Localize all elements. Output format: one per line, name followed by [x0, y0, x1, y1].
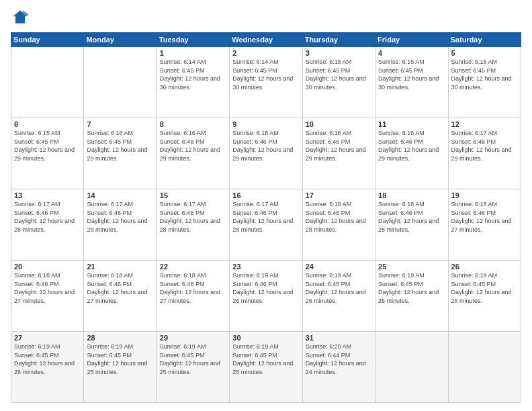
calendar-cell: 20Sunrise: 6:18 AM Sunset: 6:46 PM Dayli…: [11, 261, 84, 332]
day-number: 31: [306, 334, 372, 342]
calendar-cell: 10Sunrise: 6:16 AM Sunset: 6:46 PM Dayli…: [302, 118, 375, 189]
calendar-cell: 5Sunrise: 6:15 AM Sunset: 6:45 PM Daylig…: [448, 47, 521, 118]
day-number: 1: [160, 49, 226, 57]
calendar-cell: 2Sunrise: 6:14 AM Sunset: 6:45 PM Daylig…: [230, 47, 302, 118]
calendar-cell: 31Sunrise: 6:20 AM Sunset: 6:44 PM Dayli…: [302, 332, 375, 403]
calendar-cell: 8Sunrise: 6:16 AM Sunset: 6:46 PM Daylig…: [157, 118, 229, 189]
calendar-cell: 26Sunrise: 6:19 AM Sunset: 6:45 PM Dayli…: [448, 261, 521, 332]
day-number: 3: [306, 49, 372, 57]
day-info: Sunrise: 6:15 AM Sunset: 6:45 PM Dayligh…: [14, 129, 81, 163]
day-info: Sunrise: 6:19 AM Sunset: 6:45 PM Dayligh…: [451, 271, 518, 305]
weekday-header-tuesday: Tuesday: [157, 33, 229, 47]
weekday-header-sunday: Sunday: [11, 33, 84, 47]
day-number: 17: [306, 191, 372, 199]
calendar-week-5: 27Sunrise: 6:19 AM Sunset: 6:45 PM Dayli…: [11, 332, 521, 403]
day-info: Sunrise: 6:14 AM Sunset: 6:45 PM Dayligh…: [232, 58, 299, 91]
day-info: Sunrise: 6:16 AM Sunset: 6:45 PM Dayligh…: [87, 129, 153, 163]
day-info: Sunrise: 6:15 AM Sunset: 6:45 PM Dayligh…: [378, 58, 445, 91]
day-number: 14: [87, 191, 153, 199]
day-number: 27: [14, 334, 81, 342]
calendar-cell: 25Sunrise: 6:19 AM Sunset: 6:45 PM Dayli…: [375, 261, 448, 332]
day-info: Sunrise: 6:16 AM Sunset: 6:46 PM Dayligh…: [232, 129, 299, 163]
day-info: Sunrise: 6:19 AM Sunset: 6:45 PM Dayligh…: [306, 271, 372, 305]
day-number: 12: [451, 120, 518, 128]
calendar-cell: [375, 332, 448, 403]
day-number: 6: [14, 120, 81, 128]
day-info: Sunrise: 6:19 AM Sunset: 6:46 PM Dayligh…: [232, 271, 299, 305]
calendar-week-2: 6Sunrise: 6:15 AM Sunset: 6:45 PM Daylig…: [11, 118, 521, 189]
weekday-header-wednesday: Wednesday: [230, 33, 302, 47]
day-info: Sunrise: 6:20 AM Sunset: 6:44 PM Dayligh…: [306, 342, 372, 376]
day-number: 8: [160, 120, 226, 128]
calendar-cell: 14Sunrise: 6:17 AM Sunset: 6:46 PM Dayli…: [84, 189, 157, 261]
day-info: Sunrise: 6:18 AM Sunset: 6:46 PM Dayligh…: [378, 200, 445, 234]
day-info: Sunrise: 6:17 AM Sunset: 6:46 PM Dayligh…: [232, 200, 299, 234]
day-info: Sunrise: 6:18 AM Sunset: 6:46 PM Dayligh…: [87, 271, 153, 305]
weekday-header-friday: Friday: [375, 33, 448, 47]
day-info: Sunrise: 6:18 AM Sunset: 6:46 PM Dayligh…: [306, 200, 372, 234]
day-number: 18: [378, 191, 445, 199]
day-number: 21: [87, 263, 153, 271]
calendar-cell: 24Sunrise: 6:19 AM Sunset: 6:45 PM Dayli…: [302, 261, 375, 332]
weekday-header-saturday: Saturday: [448, 33, 521, 47]
day-info: Sunrise: 6:16 AM Sunset: 6:46 PM Dayligh…: [160, 129, 226, 163]
day-info: Sunrise: 6:15 AM Sunset: 6:45 PM Dayligh…: [306, 58, 372, 91]
calendar-cell: 28Sunrise: 6:19 AM Sunset: 6:45 PM Dayli…: [84, 332, 157, 403]
day-number: 16: [232, 191, 299, 199]
calendar-cell: 9Sunrise: 6:16 AM Sunset: 6:46 PM Daylig…: [230, 118, 302, 189]
calendar-cell: [11, 47, 84, 118]
day-number: 2: [232, 49, 299, 57]
day-number: 22: [160, 263, 226, 271]
day-number: 20: [14, 263, 81, 271]
day-info: Sunrise: 6:16 AM Sunset: 6:46 PM Dayligh…: [378, 129, 445, 163]
calendar-cell: [448, 332, 521, 403]
calendar-cell: 23Sunrise: 6:19 AM Sunset: 6:46 PM Dayli…: [230, 261, 302, 332]
day-info: Sunrise: 6:19 AM Sunset: 6:45 PM Dayligh…: [14, 342, 81, 376]
day-info: Sunrise: 6:19 AM Sunset: 6:45 PM Dayligh…: [378, 271, 445, 305]
calendar-cell: 13Sunrise: 6:17 AM Sunset: 6:46 PM Dayli…: [11, 189, 84, 261]
day-number: 30: [232, 334, 299, 342]
calendar-cell: 27Sunrise: 6:19 AM Sunset: 6:45 PM Dayli…: [11, 332, 84, 403]
day-info: Sunrise: 6:15 AM Sunset: 6:45 PM Dayligh…: [451, 58, 518, 91]
calendar-cell: 16Sunrise: 6:17 AM Sunset: 6:46 PM Dayli…: [230, 189, 302, 261]
day-info: Sunrise: 6:17 AM Sunset: 6:46 PM Dayligh…: [451, 129, 518, 163]
day-number: 5: [451, 49, 518, 57]
day-number: 28: [87, 334, 153, 342]
day-number: 23: [232, 263, 299, 271]
day-number: 26: [451, 263, 518, 271]
calendar-cell: 6Sunrise: 6:15 AM Sunset: 6:45 PM Daylig…: [11, 118, 84, 189]
calendar-cell: 30Sunrise: 6:19 AM Sunset: 6:45 PM Dayli…: [230, 332, 302, 403]
day-number: 13: [14, 191, 81, 199]
day-info: Sunrise: 6:17 AM Sunset: 6:46 PM Dayligh…: [160, 200, 226, 234]
logo: [11, 8, 32, 27]
calendar-cell: 3Sunrise: 6:15 AM Sunset: 6:45 PM Daylig…: [302, 47, 375, 118]
calendar-cell: 11Sunrise: 6:16 AM Sunset: 6:46 PM Dayli…: [375, 118, 448, 189]
day-number: 9: [232, 120, 299, 128]
day-info: Sunrise: 6:14 AM Sunset: 6:45 PM Dayligh…: [160, 58, 226, 91]
calendar-week-3: 13Sunrise: 6:17 AM Sunset: 6:46 PM Dayli…: [11, 189, 521, 261]
day-info: Sunrise: 6:18 AM Sunset: 6:46 PM Dayligh…: [14, 271, 81, 305]
header: [11, 8, 521, 27]
day-number: 4: [378, 49, 445, 57]
calendar-table: SundayMondayTuesdayWednesdayThursdayFrid…: [11, 32, 521, 403]
calendar-cell: 4Sunrise: 6:15 AM Sunset: 6:45 PM Daylig…: [375, 47, 448, 118]
calendar-cell: [84, 47, 157, 118]
day-info: Sunrise: 6:19 AM Sunset: 6:45 PM Dayligh…: [232, 342, 299, 376]
weekday-header-row: SundayMondayTuesdayWednesdayThursdayFrid…: [11, 33, 521, 47]
calendar-cell: 7Sunrise: 6:16 AM Sunset: 6:45 PM Daylig…: [84, 118, 157, 189]
calendar-cell: 22Sunrise: 6:18 AM Sunset: 6:46 PM Dayli…: [157, 261, 229, 332]
day-number: 19: [451, 191, 518, 199]
day-info: Sunrise: 6:19 AM Sunset: 6:45 PM Dayligh…: [87, 342, 153, 376]
day-number: 29: [160, 334, 226, 342]
day-info: Sunrise: 6:17 AM Sunset: 6:46 PM Dayligh…: [14, 200, 81, 234]
day-number: 15: [160, 191, 226, 199]
calendar-cell: 12Sunrise: 6:17 AM Sunset: 6:46 PM Dayli…: [448, 118, 521, 189]
page: SundayMondayTuesdayWednesdayThursdayFrid…: [0, 0, 532, 411]
day-number: 11: [378, 120, 445, 128]
day-info: Sunrise: 6:18 AM Sunset: 6:46 PM Dayligh…: [160, 271, 226, 305]
calendar-week-1: 1Sunrise: 6:14 AM Sunset: 6:45 PM Daylig…: [11, 47, 521, 118]
calendar-cell: 1Sunrise: 6:14 AM Sunset: 6:45 PM Daylig…: [157, 47, 229, 118]
day-info: Sunrise: 6:18 AM Sunset: 6:46 PM Dayligh…: [451, 200, 518, 234]
day-info: Sunrise: 6:19 AM Sunset: 6:45 PM Dayligh…: [160, 342, 226, 376]
day-info: Sunrise: 6:17 AM Sunset: 6:46 PM Dayligh…: [87, 200, 153, 234]
